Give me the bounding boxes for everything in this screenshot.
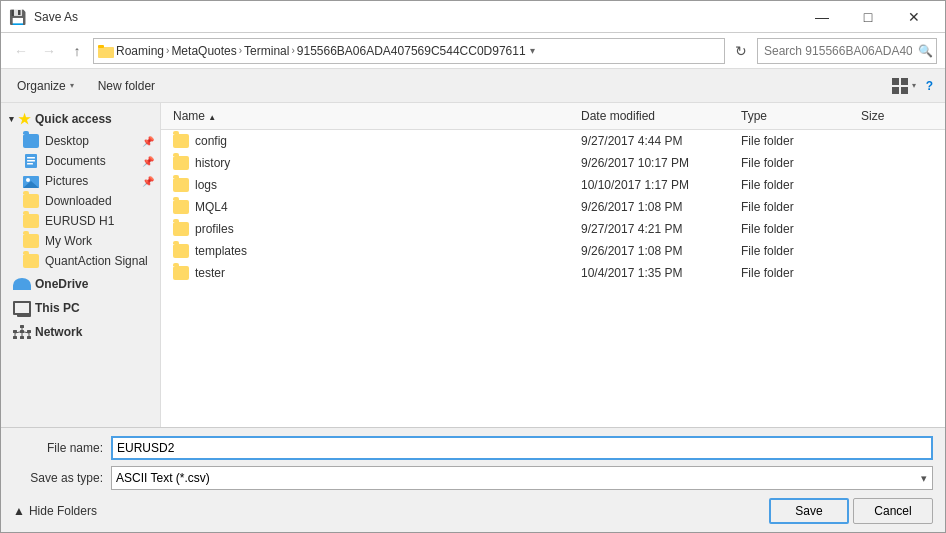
file-size-cell (857, 137, 937, 145)
col-type-header[interactable]: Type (737, 105, 857, 127)
cancel-button[interactable]: Cancel (853, 498, 933, 524)
mywork-folder-icon (23, 234, 39, 248)
svg-point-12 (26, 178, 30, 182)
organize-button[interactable]: Organize ▾ (9, 73, 82, 99)
downloaded-folder-icon (23, 194, 39, 208)
table-row[interactable]: MQL4 9/26/2017 1:08 PM File folder (161, 196, 945, 218)
table-row[interactable]: logs 10/10/2017 1:17 PM File folder (161, 174, 945, 196)
up-button[interactable]: ↑ (65, 39, 89, 63)
close-button[interactable]: ✕ (891, 1, 937, 33)
filename-input[interactable] (111, 436, 933, 460)
sidebar-section-this-pc: This PC (1, 297, 160, 319)
pictures-pin-icon: 📌 (142, 176, 154, 187)
file-date-cell: 10/10/2017 1:17 PM (577, 174, 737, 196)
table-row[interactable]: config 9/27/2017 4:44 PM File folder (161, 130, 945, 152)
hide-folders-button[interactable]: ▲ Hide Folders (13, 504, 97, 518)
forward-button[interactable]: → (37, 39, 61, 63)
file-type-cell: File folder (737, 240, 857, 262)
svg-rect-9 (27, 160, 35, 162)
pictures-icon (23, 174, 39, 188)
view-icon (892, 78, 908, 94)
file-size-cell (857, 247, 937, 255)
title-bar-left: 💾 Save As (9, 9, 78, 25)
svg-rect-19 (20, 336, 24, 339)
file-area: Name ▲ Date modified Type Size config (161, 103, 945, 427)
file-date-cell: 10/4/2017 1:35 PM (577, 262, 737, 284)
folder-icon (173, 178, 189, 192)
file-size-cell (857, 181, 937, 189)
search-icon-button[interactable]: 🔍 (918, 44, 933, 58)
save-as-dialog: 💾 Save As — □ ✕ ← → ↑ Roaming › MetaQuot… (0, 0, 946, 533)
file-size-cell (857, 159, 937, 167)
sidebar-section-onedrive: OneDrive (1, 273, 160, 295)
svg-rect-10 (27, 163, 33, 165)
col-size-header[interactable]: Size (857, 105, 937, 127)
filename-row: File name: (13, 436, 933, 460)
window-icon: 💾 (9, 9, 26, 25)
file-size-cell (857, 203, 937, 211)
address-bar: ← → ↑ Roaming › MetaQuotes › Terminal › … (1, 33, 945, 69)
maximize-button[interactable]: □ (845, 1, 891, 33)
breadcrumb-metaquotes[interactable]: MetaQuotes › (171, 44, 242, 58)
title-bar: 💾 Save As — □ ✕ (1, 1, 945, 33)
quantaction-folder-icon (23, 254, 39, 268)
folder-icon (173, 244, 189, 258)
sidebar-item-my-work[interactable]: My Work (1, 231, 160, 251)
file-date-cell: 9/26/2017 1:08 PM (577, 240, 737, 262)
main-area: ▾ ★ Quick access Desktop 📌 Documents 📌 (1, 103, 945, 427)
file-type-cell: File folder (737, 174, 857, 196)
search-input[interactable] (757, 38, 937, 64)
breadcrumb-folder-icon (98, 43, 114, 59)
folder-icon (173, 200, 189, 214)
breadcrumb-roaming[interactable]: Roaming › (116, 44, 169, 58)
table-row[interactable]: history 9/26/2017 10:17 PM File folder (161, 152, 945, 174)
breadcrumb[interactable]: Roaming › MetaQuotes › Terminal › 915566… (93, 38, 725, 64)
sidebar-item-downloaded[interactable]: Downloaded (1, 191, 160, 211)
organize-chevron: ▾ (70, 81, 74, 90)
sidebar-item-quantaction[interactable]: QuantAction Signal (1, 251, 160, 271)
breadcrumb-terminal[interactable]: Terminal › (244, 44, 295, 58)
network-header[interactable]: Network (1, 321, 160, 343)
new-folder-button[interactable]: New folder (90, 73, 163, 99)
file-date-cell: 9/26/2017 10:17 PM (577, 152, 737, 174)
breadcrumb-folder-id[interactable]: 915566BA06ADA407569C544CC0D97611 (297, 44, 526, 58)
table-row[interactable]: templates 9/26/2017 1:08 PM File folder (161, 240, 945, 262)
saveastype-row: Save as type: ASCII Text (*.csv) (13, 466, 933, 490)
sidebar-item-eurusd-h1[interactable]: EURUSD H1 (1, 211, 160, 231)
table-row[interactable]: tester 10/4/2017 1:35 PM File folder (161, 262, 945, 284)
folder-icon (173, 266, 189, 280)
documents-pin-icon: 📌 (142, 156, 154, 167)
saveastype-label: Save as type: (13, 471, 103, 485)
svg-rect-18 (13, 336, 17, 339)
onedrive-header[interactable]: OneDrive (1, 273, 160, 295)
file-date-cell: 9/27/2017 4:44 PM (577, 130, 737, 152)
minimize-button[interactable]: — (799, 1, 845, 33)
quick-access-header[interactable]: ▾ ★ Quick access (1, 107, 160, 131)
help-button[interactable]: ? (922, 73, 937, 99)
onedrive-icon (13, 278, 31, 290)
this-pc-header[interactable]: This PC (1, 297, 160, 319)
col-date-header[interactable]: Date modified (577, 105, 737, 127)
folder-icon (173, 156, 189, 170)
bottom-area: File name: Save as type: ASCII Text (*.c… (1, 427, 945, 532)
sidebar-item-desktop[interactable]: Desktop 📌 (1, 131, 160, 151)
refresh-button[interactable]: ↻ (729, 39, 753, 63)
network-icon (13, 325, 31, 339)
quick-access-collapse-icon: ▾ (9, 114, 14, 124)
sidebar-item-pictures[interactable]: Pictures 📌 (1, 171, 160, 191)
folder-icon (173, 134, 189, 148)
saveastype-select[interactable]: ASCII Text (*.csv) (111, 466, 933, 490)
file-type-cell: File folder (737, 218, 857, 240)
desktop-pin-icon: 📌 (142, 136, 154, 147)
save-button[interactable]: Save (769, 498, 849, 524)
view-toggle-button[interactable]: ▾ (888, 73, 920, 99)
col-name-header[interactable]: Name ▲ (169, 105, 577, 127)
eurusd-folder-icon (23, 214, 39, 228)
sidebar-item-documents[interactable]: Documents 📌 (1, 151, 160, 171)
svg-rect-4 (901, 78, 908, 85)
file-type-cell: File folder (737, 196, 857, 218)
table-row[interactable]: profiles 9/27/2017 4:21 PM File folder (161, 218, 945, 240)
back-button[interactable]: ← (9, 39, 33, 63)
svg-rect-8 (27, 157, 35, 159)
action-row: ▲ Hide Folders Save Cancel (13, 496, 933, 524)
